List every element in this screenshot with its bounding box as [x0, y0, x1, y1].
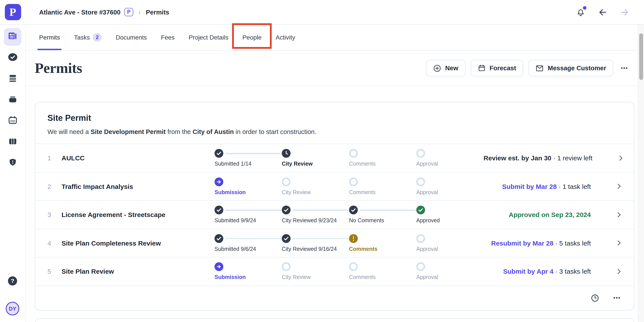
permit-row-aulcc[interactable]: 1AULCCSubmitted 1/14City ReviewCommentsA… — [35, 144, 634, 172]
step-label: Approval — [416, 246, 484, 252]
breadcrumb: Atlantic Ave - Store #37600 P › Permits — [39, 8, 169, 16]
progress-steps: Submitted 9/9/24City Reviewed 9/23/24No … — [214, 206, 484, 224]
step-city-review: City Review — [282, 149, 349, 167]
tab-activity[interactable]: Activity — [268, 24, 302, 50]
site-permit-card: Site Permit We will need a Site Developm… — [35, 102, 634, 310]
sidebar-item-alerts[interactable] — [4, 155, 21, 172]
future-step-icon — [416, 177, 425, 186]
page-more-options-button[interactable] — [620, 63, 629, 73]
tab-people[interactable]: People — [236, 24, 268, 50]
permit-row-site-plan-review[interactable]: 5Site Plan ReviewSubmissionCity ReviewCo… — [35, 257, 634, 285]
future-step-icon — [416, 234, 425, 243]
tab-project-details[interactable]: Project Details — [182, 24, 236, 50]
step-label: City Review — [282, 189, 349, 196]
future-step-icon — [349, 263, 358, 271]
notifications-bell-icon[interactable] — [576, 7, 586, 17]
future-step-icon — [349, 149, 358, 158]
message-customer-button[interactable]: Message Customer — [528, 60, 613, 76]
step-city-reviewed-9-23-24: City Reviewed 9/23/24 — [282, 206, 349, 224]
step-connector-line — [226, 210, 281, 211]
step-approval: Approval — [416, 234, 484, 252]
history-clock-icon[interactable] — [590, 293, 600, 303]
row-number: 1 — [48, 154, 56, 162]
tab-count-badge: 2 — [93, 33, 102, 42]
step-comments: Comments — [349, 149, 416, 167]
check-circle-icon — [7, 52, 18, 64]
future-step-icon — [282, 263, 290, 271]
done-step-icon — [282, 206, 290, 215]
permit-name: Traffic Impact Analysis — [56, 183, 214, 190]
scrollbar-track[interactable] — [638, 24, 644, 322]
step-submission: Submission — [214, 177, 282, 196]
new-button[interactable]: New — [426, 60, 466, 76]
scrollbar-thumb[interactable] — [639, 33, 643, 80]
app-root: P Atlantic Ave - Store #37600 P › Permit… — [0, 0, 644, 322]
forward-arrow-icon[interactable] — [620, 7, 630, 17]
card-more-options-icon[interactable] — [612, 293, 622, 303]
done-step-icon — [214, 206, 223, 215]
user-avatar[interactable]: DY — [6, 302, 19, 316]
step-submitted-9-6-24: Submitted 9/6/24 — [214, 234, 282, 252]
step-comments: Comments — [349, 177, 416, 196]
chevron-right-icon[interactable] — [616, 154, 625, 162]
top-bar: P Atlantic Ave - Store #37600 P › Permit… — [0, 0, 644, 24]
chevron-right-icon[interactable] — [614, 211, 623, 219]
done-step-icon — [282, 234, 290, 243]
step-connector-line — [226, 153, 281, 154]
future-step-icon — [349, 177, 358, 186]
step-approval: Approval — [416, 263, 484, 281]
sidebar-nav: ? DY — [0, 24, 26, 322]
next-card-partial — [35, 318, 634, 322]
app-logo[interactable]: P — [4, 4, 21, 20]
step-label: Approved — [416, 218, 484, 224]
step-label: Approval — [416, 189, 484, 196]
tab-tasks[interactable]: Tasks2 — [67, 24, 109, 50]
chevron-right-icon[interactable] — [614, 239, 623, 247]
permit-row-license-agreement-streetscape[interactable]: 3License Agreement - StreetscapeSubmitte… — [35, 200, 634, 229]
button-label: Forecast — [490, 65, 516, 72]
step-city-reviewed-9-16-24: City Reviewed 9/16/24 — [282, 234, 349, 252]
forecast-button[interactable]: Forecast — [470, 60, 523, 76]
project-type-badge: P — [124, 8, 133, 16]
sidebar-item-calendar[interactable] — [4, 112, 21, 130]
tab-permits[interactable]: Permits — [32, 24, 67, 50]
tray-icon — [7, 94, 18, 106]
permit-row-traffic-impact-analysis[interactable]: 2Traffic Impact AnalysisSubmissionCity R… — [35, 172, 634, 200]
permit-name: License Agreement - Streetscape — [56, 211, 214, 219]
tab-label: Documents — [116, 34, 147, 41]
breadcrumb-project[interactable]: Atlantic Ave - Store #37600 — [39, 8, 120, 15]
row-status-text: Resubmit by Mar 28 · 5 tasks left — [484, 239, 614, 247]
back-arrow-icon[interactable] — [598, 7, 608, 17]
breadcrumb-current: Permits — [146, 8, 169, 15]
permit-name: Site Plan Review — [56, 268, 214, 275]
newspaper-icon — [7, 30, 18, 43]
step-label: Comments — [349, 274, 416, 281]
tab-fees[interactable]: Fees — [154, 24, 182, 50]
progress-steps: Submitted 1/14City ReviewCommentsApprova… — [214, 149, 484, 167]
columns-icon — [7, 136, 18, 148]
sidebar-item-list[interactable] — [4, 70, 21, 88]
step-label: City Reviewed 9/23/24 — [282, 218, 349, 224]
shield-exclamation-icon — [7, 157, 18, 170]
step-label: City Review — [282, 161, 349, 167]
chevron-right-icon[interactable] — [614, 268, 623, 276]
permit-row-site-plan-completeness-review[interactable]: 4Site Plan Completeness ReviewSubmitted … — [35, 229, 634, 257]
sidebar-item-tasks[interactable] — [4, 49, 21, 67]
step-submitted-1-14: Submitted 1/14 — [214, 149, 282, 167]
chevron-right-icon[interactable] — [614, 183, 623, 190]
tab-documents[interactable]: Documents — [109, 24, 154, 50]
step-label: Comments — [349, 246, 416, 252]
button-label: New — [445, 65, 458, 72]
sidebar-item-permits[interactable] — [4, 28, 21, 46]
button-label: Message Customer — [548, 65, 606, 72]
page-actions: NewForecastMessage Customer — [426, 60, 614, 76]
sidebar-item-inbox[interactable] — [4, 91, 21, 109]
help-button[interactable]: ? — [4, 273, 21, 290]
permit-rows: 1AULCCSubmitted 1/14City ReviewCommentsA… — [35, 144, 634, 285]
breadcrumb-chevron-icon: › — [138, 8, 141, 16]
sidebar-item-board[interactable] — [4, 134, 21, 151]
tab-label: People — [242, 34, 262, 41]
tab-label: Permits — [39, 34, 60, 41]
progress-steps: SubmissionCity ReviewCommentsApproval — [214, 263, 484, 281]
progress-steps: SubmissionCity ReviewCommentsApproval — [214, 177, 484, 196]
